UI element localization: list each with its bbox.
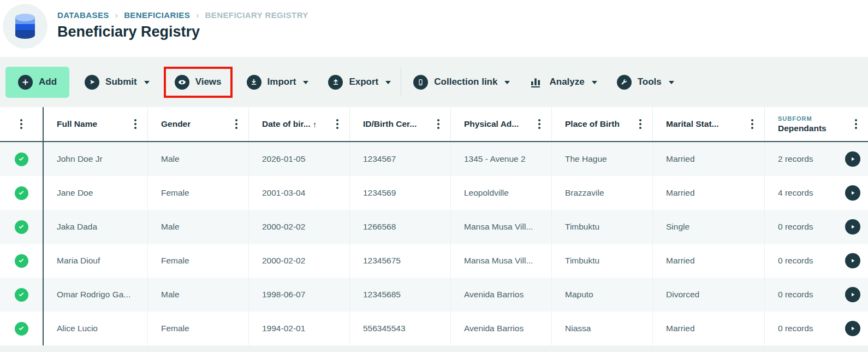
breadcrumb-item-beneficiaries[interactable]: BENEFICIARIES bbox=[124, 10, 190, 20]
collection-link-label: Collection link bbox=[434, 77, 497, 87]
cell-dependants: 0 records bbox=[764, 210, 868, 244]
column-menu-icon[interactable] bbox=[233, 117, 240, 131]
column-header-full-name[interactable]: Full Name bbox=[44, 107, 147, 141]
column-header-physical-address[interactable]: Physical Ad... bbox=[450, 107, 551, 141]
add-button[interactable]: Add bbox=[5, 67, 69, 98]
breadcrumb-separator: › bbox=[115, 10, 118, 20]
cell-text: Timbuktu bbox=[565, 256, 599, 266]
column-header-dependants[interactable]: SUBFORM Dependants bbox=[764, 107, 868, 141]
column-menu-icon[interactable] bbox=[852, 117, 860, 131]
download-icon bbox=[247, 75, 261, 90]
tools-label: Tools bbox=[638, 77, 662, 87]
column-menu-icon[interactable] bbox=[748, 117, 756, 131]
cell-text: 1345 - Avenue 2 bbox=[464, 154, 526, 164]
cell-id-birth-certificate: 1234569 bbox=[349, 176, 450, 210]
breadcrumb: DATABASES › BENEFICIARIES › BENEFICIARY … bbox=[57, 10, 868, 20]
cell-date-of-birth: 2001-03-04 bbox=[248, 176, 349, 210]
column-header-id-birth-certificate[interactable]: ID/Birth Cer... bbox=[349, 107, 450, 141]
valid-check-icon bbox=[15, 152, 28, 166]
table-row[interactable]: Jane Doe Female 2001-03-04 1234569 Leopo… bbox=[0, 176, 868, 210]
column-menu-icon[interactable] bbox=[536, 117, 543, 131]
cell-text: Married bbox=[666, 256, 695, 266]
cell-text: Avenida Barrios bbox=[464, 290, 524, 300]
cell-text: Female bbox=[161, 188, 189, 198]
tools-button[interactable]: Tools bbox=[617, 75, 674, 90]
column-menu-icon[interactable] bbox=[637, 117, 644, 131]
sort-ascending-icon[interactable]: ↑ bbox=[313, 120, 317, 129]
cell-full-name: Jaka Dada bbox=[44, 210, 147, 244]
column-header-place-of-birth[interactable]: Place of Birth bbox=[551, 107, 652, 141]
toolbar-divider bbox=[401, 67, 401, 97]
analyze-button[interactable]: Analyze bbox=[528, 75, 597, 90]
cell-marital-status: Married bbox=[652, 142, 764, 176]
open-subform-button[interactable] bbox=[845, 151, 860, 167]
column-menu-icon[interactable] bbox=[435, 117, 442, 131]
views-label: Views bbox=[195, 77, 222, 87]
upload-icon bbox=[328, 75, 343, 90]
cell-text: 12345675 bbox=[363, 256, 401, 266]
export-label: Export bbox=[349, 77, 378, 87]
cell-text: 2000-02-02 bbox=[262, 222, 305, 232]
collection-link-button[interactable]: Collection link bbox=[413, 75, 510, 90]
cell-physical-address: 1345 - Avenue 2 bbox=[450, 142, 551, 176]
table-row[interactable]: Maria Diouf Female 2000-02-02 12345675 M… bbox=[0, 244, 868, 278]
cell-text: Male bbox=[161, 222, 180, 232]
cell-place-of-birth: Brazzavile bbox=[551, 176, 652, 210]
cell-gender: Female bbox=[147, 244, 248, 278]
table-row[interactable]: Alice Lucio Female 1994-02-01 556345543 … bbox=[0, 312, 868, 345]
column-header-gender[interactable]: Gender bbox=[147, 107, 248, 141]
column-label: Dependants bbox=[778, 124, 827, 133]
column-header-date-of-birth[interactable]: Date of bir... ↑ bbox=[248, 107, 349, 141]
cell-text: 1234569 bbox=[363, 188, 396, 198]
column-menu-icon[interactable] bbox=[132, 117, 139, 131]
breadcrumb-separator: › bbox=[196, 10, 199, 20]
eye-icon bbox=[175, 75, 189, 90]
open-subform-button[interactable] bbox=[845, 253, 860, 268]
views-button[interactable]: Views bbox=[175, 75, 222, 90]
cell-text: Male bbox=[161, 154, 180, 164]
cell-dependants: 0 records bbox=[764, 244, 868, 278]
cell-text: Married bbox=[666, 188, 695, 198]
database-cylinder-icon bbox=[15, 14, 35, 39]
chevron-down-icon bbox=[669, 81, 674, 87]
open-subform-button[interactable] bbox=[845, 185, 860, 201]
cell-physical-address: Mansa Musa Vill... bbox=[450, 210, 551, 244]
table-row[interactable]: Jaka Dada Male 2000-02-02 1266568 Mansa … bbox=[0, 210, 868, 244]
submit-button[interactable]: Submit bbox=[85, 75, 150, 90]
export-button[interactable]: Export bbox=[328, 75, 391, 90]
cell-physical-address: Mansa Musa Vill... bbox=[450, 244, 551, 278]
cell-marital-status: Married bbox=[652, 176, 764, 210]
cell-gender: Female bbox=[147, 312, 248, 345]
cell-text: 556345543 bbox=[363, 324, 406, 333]
cell-id-birth-certificate: 12345685 bbox=[349, 278, 450, 312]
subform-tag: SUBFORM bbox=[778, 115, 827, 122]
column-label: Place of Birth bbox=[565, 119, 620, 129]
cell-text: Married bbox=[666, 154, 695, 164]
highlight-box: Views bbox=[164, 67, 233, 98]
table-row[interactable]: Omar Rodrigo Ga... Male 1998-06-07 12345… bbox=[0, 278, 868, 312]
cell-text: The Hague bbox=[565, 154, 607, 164]
column-menu-icon[interactable] bbox=[17, 117, 25, 131]
cell-full-name: Maria Diouf bbox=[44, 244, 147, 278]
page-title: Beneficiary Registry bbox=[57, 24, 868, 40]
column-header-marital-status[interactable]: Marital Stat... bbox=[652, 107, 764, 141]
open-subform-button[interactable] bbox=[845, 321, 860, 336]
cell-id-birth-certificate: 556345543 bbox=[349, 312, 450, 345]
table-row[interactable]: John Doe Jr Male 2026-01-05 1234567 1345… bbox=[0, 142, 868, 176]
import-label: Import bbox=[267, 77, 296, 87]
column-label: ID/Birth Cer... bbox=[363, 119, 417, 129]
column-header-select[interactable] bbox=[0, 107, 44, 141]
open-subform-button[interactable] bbox=[845, 287, 860, 302]
column-label: Marital Stat... bbox=[666, 119, 718, 129]
import-button[interactable]: Import bbox=[247, 75, 309, 90]
cell-text: Maria Diouf bbox=[57, 256, 100, 266]
page-header: DATABASES › BENEFICIARIES › BENEFICIARY … bbox=[0, 0, 868, 57]
cell-text: Male bbox=[161, 290, 180, 300]
open-subform-button[interactable] bbox=[845, 219, 860, 234]
column-label: Full Name bbox=[57, 119, 97, 129]
cell-gender: Male bbox=[147, 142, 248, 176]
cell-text: Female bbox=[161, 324, 189, 333]
cell-text: 1234567 bbox=[363, 154, 396, 164]
column-menu-icon[interactable] bbox=[334, 117, 341, 131]
breadcrumb-item-databases[interactable]: DATABASES bbox=[57, 10, 109, 20]
